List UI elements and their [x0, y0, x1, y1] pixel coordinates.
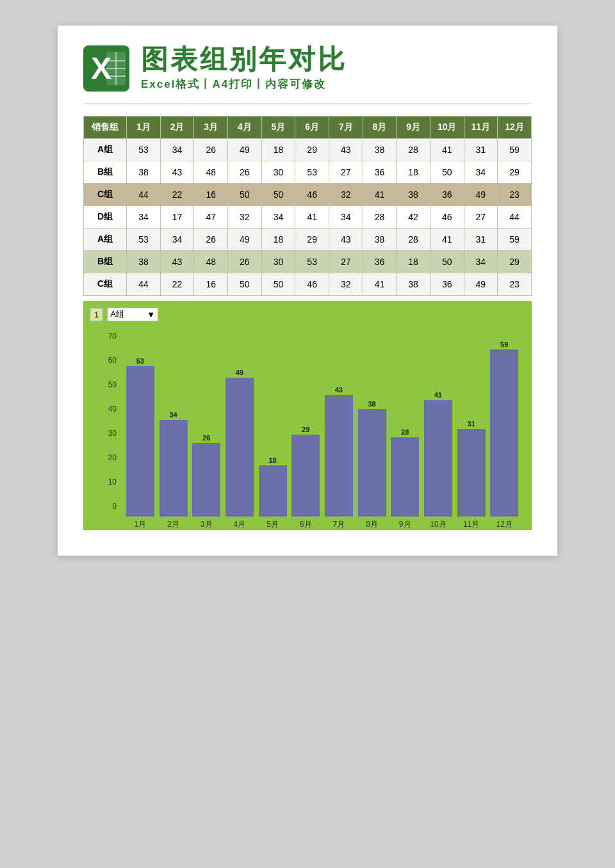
- table-cell: 42: [397, 206, 430, 229]
- table-header-cell: 11月: [464, 117, 498, 139]
- table-cell: 38: [363, 229, 397, 251]
- row-label: D组: [84, 206, 127, 229]
- table-cell: 36: [430, 273, 464, 296]
- table-cell: 34: [464, 251, 498, 273]
- table-cell: 38: [397, 184, 430, 206]
- table-cell: 41: [430, 229, 464, 251]
- table-row: B组384348263053273618503429: [84, 251, 532, 273]
- bar: [490, 350, 518, 517]
- table-cell: 38: [127, 251, 161, 273]
- table-cell: 18: [397, 251, 430, 273]
- row-label: C组: [84, 184, 127, 206]
- table-cell: 46: [430, 206, 464, 229]
- table-cell: 27: [464, 206, 498, 229]
- bar: [457, 429, 486, 517]
- table-cell: 16: [194, 184, 228, 206]
- table-cell: 50: [430, 161, 464, 184]
- table-cell: 26: [228, 161, 262, 184]
- table-cell: 34: [160, 139, 194, 161]
- table-cell: 50: [228, 273, 262, 296]
- table-header-cell: 1月: [127, 117, 161, 139]
- bar-month-label: 12月: [496, 519, 512, 530]
- table-header-cell: 7月: [329, 117, 363, 139]
- table-cell: 30: [261, 161, 295, 184]
- row-label: A组: [84, 139, 127, 161]
- table-cell: 41: [363, 184, 397, 206]
- bar-col: 494月: [225, 369, 254, 530]
- table-cell: 32: [228, 206, 262, 229]
- y-axis-label: 10: [108, 478, 119, 486]
- header: X 图表组别年对比 Excel格式丨A4打印丨内容可修改: [83, 45, 532, 92]
- bar-month-label: 4月: [234, 519, 246, 530]
- table-cell: 17: [160, 206, 194, 229]
- table-cell: 48: [194, 161, 228, 184]
- bar-value-label: 18: [268, 456, 276, 464]
- bar-value-label: 29: [302, 426, 309, 433]
- table-cell: 53: [127, 229, 161, 251]
- table-cell: 50: [430, 251, 464, 273]
- table-cell: 59: [498, 139, 532, 161]
- table-cell: 28: [397, 139, 430, 161]
- table-cell: 46: [295, 273, 329, 296]
- chart-selector-value: A组: [110, 309, 124, 320]
- bar-col: 263月: [192, 434, 221, 530]
- page: X 图表组别年对比 Excel格式丨A4打印丨内容可修改 销售组1月2月3月4月…: [58, 26, 557, 556]
- table-cell: 59: [498, 229, 532, 251]
- table-header-cell: 2月: [160, 117, 194, 139]
- bar-month-label: 10月: [430, 519, 446, 530]
- bar-month-label: 7月: [333, 519, 345, 530]
- bar-value-label: 49: [236, 369, 243, 376]
- table-cell: 18: [261, 229, 295, 251]
- bar-value-label: 41: [434, 391, 442, 399]
- table-cell: 50: [261, 273, 295, 296]
- table-row: C组442216505046324138364923: [84, 273, 532, 296]
- table-cell: 34: [160, 229, 194, 251]
- table-cell: 28: [397, 229, 430, 251]
- bar: [226, 378, 254, 517]
- table-cell: 53: [127, 139, 161, 161]
- bar: [160, 420, 188, 517]
- chart-area: 1 A组 ▼ 706050403020100 531月342月263月494月1…: [83, 301, 532, 530]
- table-cell: 44: [127, 273, 161, 296]
- table-cell: 49: [228, 229, 262, 251]
- table-row: D组341747323441342842462744: [84, 206, 532, 229]
- bar-month-label: 9月: [399, 519, 411, 530]
- data-table: 销售组1月2月3月4月5月6月7月8月9月10月11月12月 A组5334264…: [83, 116, 532, 296]
- table-cell: 38: [127, 161, 161, 184]
- y-axis-label: 70: [108, 332, 119, 341]
- table-cell: 53: [295, 161, 329, 184]
- table-cell: 36: [430, 184, 464, 206]
- bar-value-label: 59: [500, 341, 508, 348]
- table-header-cell: 8月: [363, 117, 397, 139]
- bar: [325, 395, 353, 517]
- title-block: 图表组别年对比 Excel格式丨A4打印丨内容可修改: [141, 45, 347, 92]
- table-cell: 49: [228, 139, 262, 161]
- bar-col: 185月: [258, 456, 288, 530]
- sub-title: Excel格式丨A4打印丨内容可修改: [141, 77, 347, 92]
- bar: [291, 435, 320, 517]
- table-header-cell: 3月: [194, 117, 228, 139]
- table-cell: 50: [228, 184, 262, 206]
- bar-value-label: 28: [401, 428, 409, 436]
- table-cell: 30: [261, 251, 295, 273]
- table-cell: 27: [329, 251, 363, 273]
- bar-month-label: 2月: [167, 519, 179, 530]
- divider: [83, 103, 532, 104]
- y-axis-label: 20: [108, 453, 119, 462]
- chart-group-selector[interactable]: A组 ▼: [107, 307, 158, 321]
- bar-col: 4110月: [423, 391, 453, 530]
- table-cell: 32: [329, 273, 363, 296]
- table-row: C组442216505046324138364923: [84, 184, 532, 206]
- bar-col: 289月: [390, 428, 420, 530]
- table-cell: 29: [498, 161, 532, 184]
- table-cell: 34: [127, 206, 161, 229]
- table-cell: 49: [464, 273, 498, 296]
- bar: [358, 409, 386, 517]
- table-cell: 29: [295, 139, 329, 161]
- bar-col: 3111月: [457, 420, 486, 530]
- table-cell: 34: [261, 206, 295, 229]
- bars-area: 531月342月263月494月185月296月437月388月289月4110…: [119, 325, 525, 530]
- y-axis-label: 40: [108, 405, 119, 414]
- table-header-cell: 5月: [261, 117, 295, 139]
- table-header-cell: 9月: [397, 117, 430, 139]
